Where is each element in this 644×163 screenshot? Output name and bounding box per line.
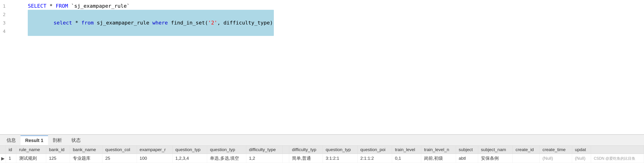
line-content-4[interactable] bbox=[9, 27, 644, 36]
cell-difficulty-typ: 简单,普通 bbox=[289, 154, 323, 163]
code-editor: 1 SELECT * FROM `sj_exampaper_rule` 2 3 … bbox=[0, 0, 644, 134]
col-create-id: create_id bbox=[513, 146, 540, 154]
cell-train-level: 0,1 bbox=[392, 154, 421, 163]
col-create-time: create_time bbox=[540, 146, 572, 154]
col-question-typ3: question_typ bbox=[323, 146, 357, 154]
line-number-2: 2 bbox=[0, 10, 9, 19]
line-number-4: 4 bbox=[0, 27, 9, 36]
cell-difficulty-type: 1,2 bbox=[246, 154, 282, 163]
tabs-bar: 信息 Result 1 剖析 状态 bbox=[0, 134, 644, 146]
line-content-3[interactable]: select * from sj_exampaper_rule where fi… bbox=[9, 2, 644, 44]
cell-id: 1 bbox=[6, 154, 16, 163]
cell-question-col: 25 bbox=[102, 154, 137, 163]
results-table: id rule_name bank_id bank_name question_… bbox=[0, 146, 644, 163]
cell-train-level-n: 岗前,初级 bbox=[421, 154, 456, 163]
col-exampaper-r: exampaper_r bbox=[137, 146, 172, 154]
line-number-3: 3 bbox=[0, 19, 9, 27]
cell-question-typ3: 3:1:2:1 bbox=[323, 154, 357, 163]
col-bank-id: bank_id bbox=[46, 146, 70, 154]
col-difficulty-typ: difficulty_typ bbox=[289, 146, 323, 154]
col-question-col: question_col bbox=[102, 146, 137, 154]
col-question-typ2: question_typ bbox=[207, 146, 246, 154]
cell-question-typ1: 1,2,3,4 bbox=[172, 154, 207, 163]
col-question-typ1: question_typ bbox=[172, 146, 207, 154]
col-watermark bbox=[591, 146, 644, 154]
table-row: ▶ 1 测试规则 125 专业题库 25 100 1,2,3,4 单选,多选,填… bbox=[0, 154, 644, 163]
cell-subject-nam: 安保条例 bbox=[478, 154, 512, 163]
col-rule-name: rule_name bbox=[16, 146, 46, 154]
cell-bank-name: 专业题库 bbox=[70, 154, 102, 163]
cell-create-id bbox=[513, 154, 540, 163]
tab-status[interactable]: 状态 bbox=[67, 135, 85, 145]
cell-updat: (Null) bbox=[572, 154, 591, 163]
cell-question-typ2: 单选,多选,填空 bbox=[207, 154, 246, 163]
cell-empty bbox=[282, 154, 289, 163]
code-line-3: 3 select * from sj_exampaper_rule where … bbox=[0, 19, 644, 27]
results-area: id rule_name bank_id bank_name question_… bbox=[0, 146, 644, 163]
col-indicator bbox=[0, 146, 6, 154]
cell-question-poi: 2:1:1:2 bbox=[357, 154, 392, 163]
col-bank-name: bank_name bbox=[70, 146, 102, 154]
row-indicator: ▶ bbox=[0, 154, 6, 163]
cell-bank-id: 125 bbox=[46, 154, 70, 163]
tab-result1[interactable]: Result 1 bbox=[20, 136, 48, 145]
cell-exampaper-r: 100 bbox=[137, 154, 172, 163]
cell-create-time: (Null) bbox=[540, 154, 572, 163]
col-updat: updat bbox=[572, 146, 591, 154]
code-line-4: 4 bbox=[0, 27, 644, 36]
col-difficulty-type: difficulty_type bbox=[246, 146, 282, 154]
tab-analysis[interactable]: 剖析 bbox=[48, 135, 67, 145]
col-train-level-n: train_level_n bbox=[421, 146, 456, 154]
col-subject: subject bbox=[456, 146, 478, 154]
line-number-1: 1 bbox=[0, 2, 9, 10]
col-empty bbox=[282, 146, 289, 154]
col-train-level: train_level bbox=[392, 146, 421, 154]
col-id: id bbox=[6, 146, 16, 154]
cell-watermark: CSDN @爱吃鱼的比目鱼 bbox=[591, 154, 644, 163]
cell-rule-name: 测试规则 bbox=[16, 154, 46, 163]
cell-subject: abtl bbox=[456, 154, 478, 163]
col-question-poi: question_poi bbox=[357, 146, 392, 154]
tab-info[interactable]: 信息 bbox=[2, 135, 20, 145]
table-header-row: id rule_name bank_id bank_name question_… bbox=[0, 146, 644, 154]
col-subject-nam: subject_nam bbox=[478, 146, 512, 154]
